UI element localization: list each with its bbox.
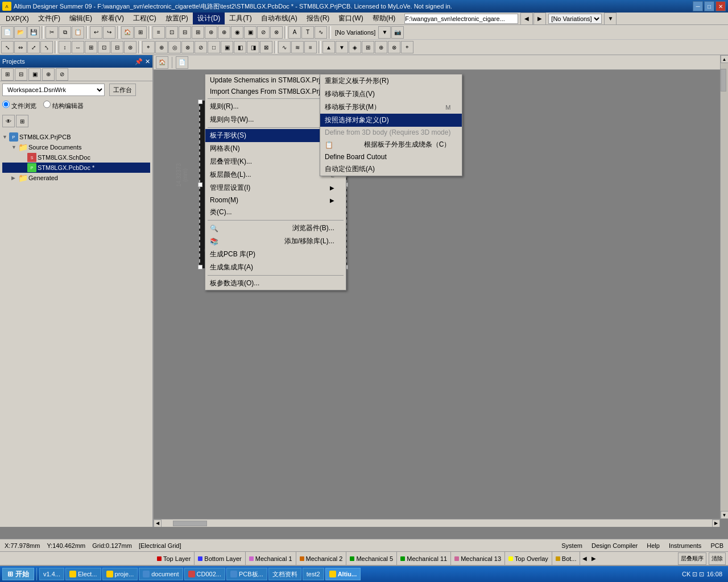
menu-window[interactable]: 窗口(W) xyxy=(334,13,367,24)
layer-tab-overflow-left[interactable]: ◀ xyxy=(580,552,589,565)
tb-b7[interactable]: ◉ xyxy=(231,26,243,39)
submenu-move-vertex[interactable]: 移动板子顶点(V) xyxy=(320,88,462,101)
restore-button[interactable]: □ xyxy=(704,1,714,11)
tb2-5[interactable]: ↕ xyxy=(59,41,71,53)
close-button[interactable]: ✕ xyxy=(715,1,726,11)
taskbar-item-proje[interactable]: proje... xyxy=(102,568,138,580)
taskbar-item-doc[interactable]: document xyxy=(139,568,183,580)
tb2-8[interactable]: ⊡ xyxy=(98,41,110,53)
submenu-move-shape[interactable]: 移动板子形状(M） M xyxy=(320,101,462,114)
handle-ml[interactable] xyxy=(198,182,202,187)
tb-c2[interactable]: T xyxy=(301,26,314,39)
submenu-redefine[interactable]: 重新定义板子外形(R) xyxy=(320,74,462,88)
tb2-16[interactable]: □ xyxy=(208,41,220,53)
layer-clear-btn[interactable]: 清除 xyxy=(709,552,726,565)
menu-project[interactable]: 工程(C) xyxy=(129,13,161,24)
tb-home2[interactable]: ⊞ xyxy=(134,26,147,39)
tb2-1[interactable]: ⤡ xyxy=(1,41,14,53)
submenu-auto-position[interactable]: 自动定位图纸(A) xyxy=(320,163,462,176)
tb2-10[interactable]: ⊛ xyxy=(124,41,136,53)
menu-board-params[interactable]: 板参数选项(O)... xyxy=(205,277,346,290)
tb-b10[interactable]: ⊗ xyxy=(270,26,283,39)
menu-design[interactable]: 设计(D) xyxy=(193,13,225,24)
taskbar-item-test2[interactable]: test2 xyxy=(303,568,324,580)
menu-place[interactable]: 放置(P) xyxy=(161,13,193,24)
menu-file[interactable]: 文件(F) xyxy=(34,13,65,24)
menu-add-remove-lib[interactable]: 📚 添加/移除库(L)... xyxy=(205,235,346,248)
h-scroll-thumb[interactable] xyxy=(173,521,207,526)
tree-source-docs[interactable]: ▼ 📁 Source Documents xyxy=(2,142,150,152)
tb-nv-btn[interactable]: ▼ xyxy=(378,26,391,39)
tb-copy[interactable]: ⧉ xyxy=(59,26,71,39)
tb-c1[interactable]: A xyxy=(288,26,301,39)
scroll-down-btn[interactable]: ▼ xyxy=(721,511,729,519)
layer-tab-bot[interactable]: Bot... xyxy=(552,552,581,565)
tb2-15[interactable]: ⊘ xyxy=(195,41,207,53)
tree-schdoc[interactable]: S STM8LGX.SchDoc xyxy=(2,152,150,163)
layer-tab-mech13[interactable]: Mechanical 13 xyxy=(451,552,505,565)
tb2-17[interactable]: ▣ xyxy=(221,41,233,53)
variations-btn[interactable]: ▼ xyxy=(604,13,617,25)
tree-generated[interactable]: ▶ 📁 Generated xyxy=(2,173,150,183)
tb-home[interactable]: 🏠 xyxy=(121,26,134,39)
tb-b5[interactable]: ⊛ xyxy=(205,26,217,39)
variations-select[interactable]: [No Variations] xyxy=(548,14,602,24)
tb-open[interactable]: 📂 xyxy=(14,26,27,39)
panel-expand-icon[interactable]: ⊞ xyxy=(16,115,28,127)
menu-report[interactable]: 报告(R) xyxy=(302,13,334,24)
menu-autoroute[interactable]: 自动布线(A) xyxy=(257,13,302,24)
layer-tab-mech1[interactable]: Mechanical 1 xyxy=(246,552,296,565)
home-nav-btn[interactable]: 🏠 xyxy=(156,56,168,69)
struct-editor-radio[interactable]: 结构编辑器 xyxy=(43,101,84,110)
menu-dxp[interactable]: DXP(X) xyxy=(1,14,34,24)
panel-tb-btn2[interactable]: ⊟ xyxy=(15,68,27,81)
scroll-right-btn[interactable]: ▶ xyxy=(712,519,720,527)
tb-cam[interactable]: 📷 xyxy=(391,26,404,39)
tb-b9[interactable]: ⊘ xyxy=(257,26,270,39)
layer-tab-top[interactable]: Top Layer xyxy=(154,552,195,565)
menu-layer-manage[interactable]: 管理层设置(I) ▶ xyxy=(205,181,346,194)
layer-tab-mech11[interactable]: Mechanical 11 xyxy=(397,552,451,565)
tree-project-root[interactable]: ▼ P STM8LGX.PrjPCB xyxy=(2,132,150,142)
tb2-4[interactable]: ⤣ xyxy=(40,41,53,53)
menu-browse-comp[interactable]: 🔍 浏览器件(B)... xyxy=(205,222,346,235)
tb-redo[interactable]: ↪ xyxy=(103,26,115,39)
v-scrollbar[interactable]: ▲ ▼ xyxy=(720,55,728,519)
tb-b3[interactable]: ⊟ xyxy=(179,26,191,39)
menu-room[interactable]: Room(M) ▶ xyxy=(205,194,346,206)
tb2-2[interactable]: ⇔ xyxy=(14,41,27,53)
panel-view-icon[interactable]: 👁 xyxy=(2,115,15,127)
handle-bl[interactable] xyxy=(198,265,202,269)
h-scrollbar[interactable]: ◀ ▶ xyxy=(154,519,720,527)
tb-c3[interactable]: ∿ xyxy=(315,26,327,39)
tb2-22[interactable]: ≋ xyxy=(291,41,304,53)
tb-b1[interactable]: ≡ xyxy=(152,26,165,39)
panel-pin-icon[interactable]: 📌 xyxy=(135,58,143,65)
tb2-24[interactable]: ▲ xyxy=(322,41,335,53)
minimize-button[interactable]: ─ xyxy=(693,1,703,11)
submenu-define-selection[interactable]: 按照选择对象定义(D) xyxy=(320,114,462,127)
workbench-button[interactable]: 工作台 xyxy=(109,84,136,96)
tb2-13[interactable]: ◎ xyxy=(168,41,181,53)
path-field[interactable] xyxy=(404,14,518,24)
tb2-18[interactable]: ◧ xyxy=(234,41,246,53)
panel-tb-btn3[interactable]: ▣ xyxy=(28,68,41,81)
tb2-23[interactable]: ≡ xyxy=(304,41,317,53)
tb-undo[interactable]: ↩ xyxy=(90,26,102,39)
tb2-11[interactable]: ⌖ xyxy=(142,41,155,53)
taskbar-item-cd[interactable]: CD002... xyxy=(184,568,225,580)
tb-b4[interactable]: ⊞ xyxy=(192,26,204,39)
start-button[interactable]: ⊞ 开始 xyxy=(2,568,34,580)
tb-b8[interactable]: ▣ xyxy=(244,26,257,39)
scroll-left-btn[interactable]: ◀ xyxy=(154,519,162,527)
tb-cut[interactable]: ✂ xyxy=(46,26,58,39)
handle-tl[interactable] xyxy=(198,99,202,104)
v-scroll-thumb[interactable] xyxy=(721,69,726,92)
tb2-25[interactable]: ▼ xyxy=(336,41,348,53)
tb2-30[interactable]: ⌖ xyxy=(401,41,413,53)
tb-save[interactable]: 💾 xyxy=(27,26,40,39)
tb2-21[interactable]: ∿ xyxy=(278,41,291,53)
tb2-6[interactable]: ↔ xyxy=(72,41,84,53)
taskbar-item-docs[interactable]: 文档资料 xyxy=(268,568,301,580)
panel-tb-btn5[interactable]: ⊘ xyxy=(56,68,68,81)
